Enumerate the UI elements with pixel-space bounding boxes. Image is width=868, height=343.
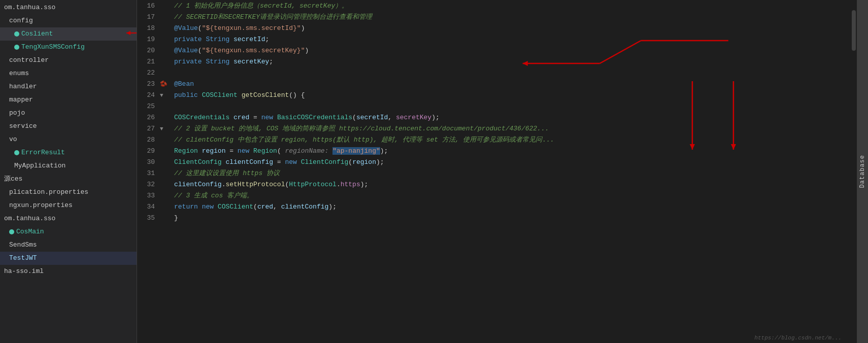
kw-token: new <box>202 203 214 211</box>
kw-token: String <box>206 36 229 43</box>
sidebar-item-my-application[interactable]: MyApplication <box>0 159 137 173</box>
sidebar-item-pojo[interactable]: pojo <box>0 107 137 120</box>
arrow-down-gutter-icon: ▼ <box>160 126 163 132</box>
op-token: = <box>273 158 285 166</box>
line-code: // 1 初始化用户身份信息（secretId, secretKey）。 <box>170 0 857 11</box>
sidebar-item-vo[interactable]: vo <box>0 133 137 146</box>
folder-label: enums <box>9 68 29 79</box>
line-number: 28 <box>137 134 160 145</box>
line-code: @Bean <box>170 78 857 89</box>
sidebar-item-app-properties[interactable]: plication.properties <box>0 186 137 199</box>
line-code: } <box>170 212 857 223</box>
annotation-token: @Value <box>174 47 198 54</box>
line-gutter <box>160 11 170 22</box>
op-token <box>198 147 202 155</box>
file-label: CosMain <box>16 226 44 237</box>
op-token <box>297 158 301 166</box>
type-token: COSClient <box>202 91 238 99</box>
sidebar-item-cos-main[interactable]: CosMain <box>0 225 137 238</box>
line-number: 22 <box>137 67 160 78</box>
table-row: 23🫘 @Bean <box>137 78 857 89</box>
line-number: 26 <box>137 112 160 123</box>
table-row: 21 private String secretKey; <box>137 56 857 67</box>
line-number: 33 <box>137 190 160 201</box>
line-code: ClientConfig clientConfig = new ClientCo… <box>170 156 857 167</box>
op-token <box>214 203 218 211</box>
table-row: 22 <box>137 67 857 78</box>
line-number: 21 <box>137 56 160 67</box>
op-token: = <box>225 147 237 155</box>
sidebar-item-tengxun-sms[interactable]: TengXunSMSConfig <box>0 41 137 54</box>
sidebar-item-resources[interactable]: 源ces <box>0 173 137 186</box>
folder-label: om.tanhua.sso <box>4 2 55 13</box>
database-tab-label: Database <box>859 155 866 188</box>
line-number: 31 <box>137 167 160 179</box>
line-number: 30 <box>137 156 160 167</box>
line-number: 16 <box>137 0 160 11</box>
line-gutter <box>160 179 170 190</box>
op-token: = <box>249 114 261 121</box>
sidebar-item-test-jwt[interactable]: TestJWT <box>0 252 137 265</box>
type-token: Region <box>174 147 198 155</box>
code-content: 16 // 1 初始化用户身份信息（secretId, secretKey）。1… <box>137 0 857 343</box>
line-number: 35 <box>137 212 160 223</box>
table-row: 24▼ public COSClient getCosClient() { <box>137 89 857 100</box>
kw-token: new <box>285 158 296 166</box>
var-token: secretId <box>233 36 265 43</box>
line-gutter <box>160 33 170 45</box>
file-label: TestJWT <box>9 253 37 264</box>
table-row: 20 @Value("${tengxun.sms.secretKey}") <box>137 45 857 56</box>
line-number: 32 <box>137 179 160 190</box>
scrollbar-track[interactable] <box>851 0 857 343</box>
class-dot-icon <box>14 150 19 155</box>
sidebar-item-tengxun-properties[interactable]: ngxun.properties <box>0 199 137 212</box>
op-token: ( <box>348 158 352 166</box>
sidebar-item-controller[interactable]: controller <box>0 54 137 67</box>
database-tab[interactable]: Database <box>857 0 868 343</box>
line-code: private String secretKey; <box>170 56 857 67</box>
sidebar-item-handler[interactable]: handler <box>0 80 137 93</box>
sidebar-item-coslient[interactable]: Coslient <box>0 27 137 41</box>
var-token: secretId <box>356 114 388 121</box>
folder-label: handler <box>9 81 37 92</box>
op-token: } <box>174 214 178 222</box>
sidebar-item-error-result[interactable]: ErrorResult <box>0 146 137 159</box>
op-token: ( <box>277 147 285 155</box>
op-token <box>249 147 253 155</box>
op-token: ) <box>301 24 305 32</box>
op-token: ( <box>352 114 356 121</box>
table-row: 29 Region region = new Region( regionNam… <box>137 145 857 156</box>
line-number: 18 <box>137 22 160 33</box>
purple-token: secretKey <box>396 114 431 121</box>
line-gutter <box>160 145 170 156</box>
annotation-token: @Value <box>174 24 198 32</box>
arrow-left-icon <box>121 29 137 37</box>
folder-label: controller <box>9 55 49 66</box>
line-gutter <box>160 0 170 11</box>
line-code <box>170 100 857 112</box>
sidebar-item-service[interactable]: service <box>0 120 137 133</box>
sidebar-item-config[interactable]: config <box>0 14 137 27</box>
sidebar-item-ha-sso-iml[interactable]: ha-sso.iml <box>0 265 137 278</box>
table-row: 33 // 3 生成 cos 客户端。 <box>137 190 857 201</box>
var-token: cred <box>233 114 249 121</box>
op-token: ( <box>198 47 202 54</box>
line-code <box>170 67 857 78</box>
op-token: ); <box>360 181 369 188</box>
line-gutter: 🫘 <box>160 78 170 89</box>
line-number: 17 <box>137 11 160 22</box>
class-dot-icon <box>14 45 19 50</box>
sidebar-item-enums[interactable]: enums <box>0 67 137 80</box>
purple-token: https <box>341 181 360 188</box>
type-token: Region <box>253 147 277 155</box>
sidebar-item-mapper[interactable]: mapper <box>0 93 137 107</box>
line-number: 29 <box>137 145 160 156</box>
sidebar-item-om-tanhua-sso[interactable]: om.tanhua.sso <box>0 1 137 14</box>
op-token <box>238 91 242 99</box>
var-token: clientConfig <box>225 158 273 166</box>
file-label: ha-sso.iml <box>4 266 44 277</box>
line-gutter: ▼ <box>160 89 170 100</box>
sidebar-item-send-sms[interactable]: SendSms <box>0 238 137 252</box>
fn-token: setHttpProtocol <box>225 181 285 188</box>
sidebar-item-om-tanhua-sso2[interactable]: om.tanhua.sso <box>0 212 137 225</box>
